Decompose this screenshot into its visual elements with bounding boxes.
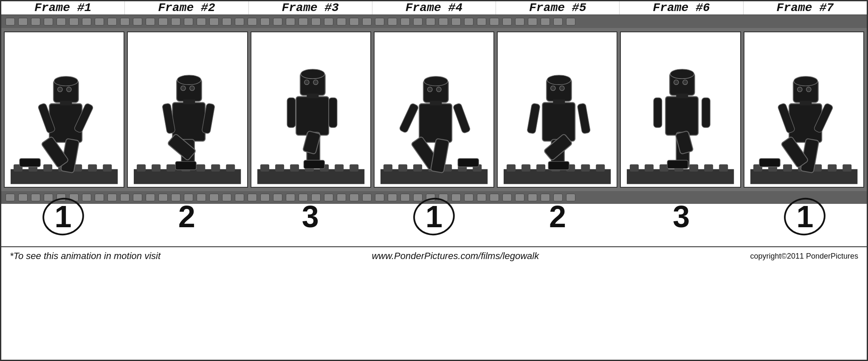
sprocket-hole xyxy=(311,194,321,201)
number-5: 2 xyxy=(549,199,566,234)
sprocket-hole xyxy=(324,194,333,201)
sprocket-hole xyxy=(133,18,142,25)
svg-point-69 xyxy=(437,87,441,92)
sprocket-hole xyxy=(286,18,295,25)
sprocket-hole xyxy=(490,18,499,25)
svg-rect-96 xyxy=(630,164,639,172)
svg-rect-94 xyxy=(548,161,569,170)
lego-figure-3 xyxy=(251,32,370,187)
sprocket-hole xyxy=(171,194,180,201)
sprocket-hole xyxy=(44,194,53,201)
sprocket-hole xyxy=(197,194,206,201)
svg-point-127 xyxy=(794,76,817,86)
svg-point-89 xyxy=(547,75,571,85)
sprocket-hole xyxy=(502,194,512,201)
sprocket-hole xyxy=(426,18,435,25)
top-sprockets xyxy=(1,15,867,28)
sprocket-hole xyxy=(464,194,473,201)
svg-rect-10 xyxy=(60,101,72,105)
svg-rect-90 xyxy=(527,103,540,134)
lego-figure-5 xyxy=(498,32,617,187)
footer-url: www.PonderPictures.com/films/legowalk xyxy=(372,251,539,262)
sprocket-hole xyxy=(235,194,244,201)
svg-rect-72 xyxy=(453,103,471,134)
footer-copyright: copyright©2011 PonderPictures xyxy=(750,252,858,261)
svg-point-12 xyxy=(67,87,71,92)
main-container: Frame #1 Frame #2 Frame #3 Frame #4 Fram… xyxy=(0,0,868,361)
sprocket-hole xyxy=(337,194,346,201)
lego-figure-7 xyxy=(744,32,863,187)
lego-figure-1 xyxy=(5,32,124,187)
film-body xyxy=(1,15,867,204)
sprocket-hole xyxy=(273,18,282,25)
frame-6 xyxy=(620,31,741,188)
sprocket-hole xyxy=(541,18,550,25)
number-1-circled: 1 xyxy=(55,199,72,234)
frame-3 xyxy=(251,31,371,188)
svg-rect-82 xyxy=(581,164,590,172)
svg-rect-132 xyxy=(759,158,780,167)
svg-point-30 xyxy=(181,86,186,90)
svg-rect-67 xyxy=(430,101,442,105)
sprocket-hole xyxy=(95,18,104,25)
svg-point-108 xyxy=(671,69,694,79)
frame-label-1: Frame #1 xyxy=(1,1,125,14)
svg-rect-65 xyxy=(419,104,452,142)
sprocket-hole xyxy=(413,194,423,201)
lego-figure-2 xyxy=(128,32,247,187)
svg-rect-121 xyxy=(843,164,851,172)
svg-rect-52 xyxy=(329,98,337,127)
sprocket-hole xyxy=(477,194,486,201)
frame-7 xyxy=(744,31,864,188)
svg-rect-124 xyxy=(800,101,812,105)
svg-rect-105 xyxy=(676,93,688,98)
frame-4 xyxy=(374,31,494,188)
svg-rect-86 xyxy=(553,99,565,104)
number-2: 2 xyxy=(178,199,195,234)
sprocket-hole xyxy=(528,18,537,25)
svg-rect-59 xyxy=(398,164,407,172)
svg-rect-58 xyxy=(383,164,392,172)
number-7-circled: 1 xyxy=(796,199,813,234)
sprocket-hole xyxy=(388,194,397,201)
sprocket-hole xyxy=(490,194,499,201)
svg-rect-25 xyxy=(211,164,220,172)
svg-point-51 xyxy=(301,69,324,79)
svg-rect-117 xyxy=(783,164,792,172)
sprocket-hole xyxy=(184,18,193,25)
svg-rect-120 xyxy=(828,164,837,172)
sprocket-hole xyxy=(82,18,91,25)
svg-rect-97 xyxy=(645,164,654,172)
svg-point-88 xyxy=(560,86,564,90)
frame-label-6: Frame #6 xyxy=(620,1,743,14)
svg-rect-110 xyxy=(702,98,710,127)
lego-figure-6 xyxy=(621,32,740,187)
svg-rect-109 xyxy=(654,98,662,127)
svg-rect-37 xyxy=(175,161,196,170)
sprocket-hole xyxy=(528,194,537,201)
sprocket-hole xyxy=(146,18,155,25)
sprocket-hole xyxy=(18,194,28,201)
svg-rect-79 xyxy=(536,164,545,172)
svg-rect-91 xyxy=(577,103,590,134)
svg-rect-39 xyxy=(260,164,269,172)
frame-label-7: Frame #7 xyxy=(744,1,867,14)
svg-rect-29 xyxy=(183,99,195,104)
svg-rect-84 xyxy=(542,102,575,141)
sprocket-hole xyxy=(171,18,180,25)
sprocket-hole xyxy=(375,18,384,25)
svg-rect-21 xyxy=(152,164,161,172)
sprocket-hole xyxy=(439,18,448,25)
sprocket-hole xyxy=(375,194,384,201)
sprocket-hole xyxy=(248,194,257,201)
svg-point-68 xyxy=(428,87,432,92)
svg-rect-60 xyxy=(413,164,422,172)
svg-point-106 xyxy=(674,80,679,85)
svg-point-50 xyxy=(313,80,318,85)
sprocket-hole xyxy=(44,18,53,25)
svg-rect-56 xyxy=(304,160,324,169)
sprocket-hole xyxy=(107,194,117,201)
sprocket-hole xyxy=(337,18,346,25)
sprocket-hole xyxy=(311,18,321,25)
frame-label-4: Frame #4 xyxy=(372,1,496,14)
